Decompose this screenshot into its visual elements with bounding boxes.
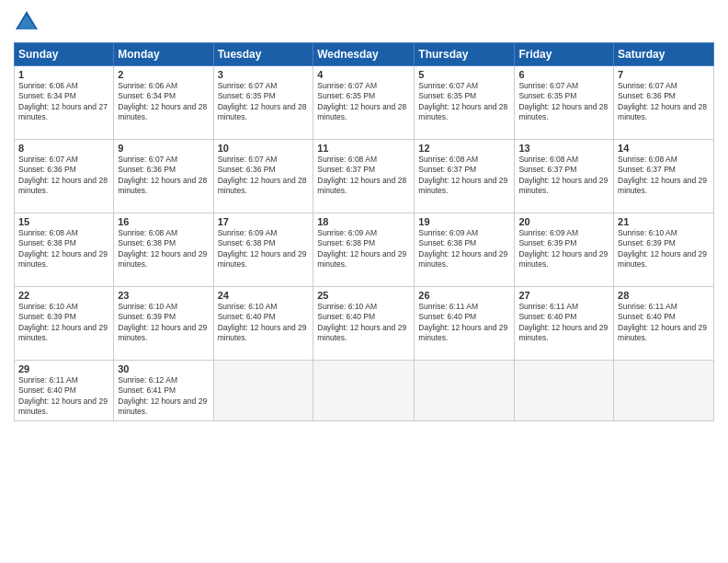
calendar-cell: 11 Sunrise: 6:08 AM Sunset: 6:37 PM Dayl… (313, 140, 415, 213)
calendar-cell (213, 361, 313, 421)
day-info: Sunrise: 6:08 AM Sunset: 6:37 PM Dayligh… (618, 155, 710, 197)
calendar-cell: 20 Sunrise: 6:09 AM Sunset: 6:39 PM Dayl… (515, 213, 614, 287)
calendar-cell: 16 Sunrise: 6:08 AM Sunset: 6:38 PM Dayl… (114, 213, 213, 287)
calendar-cell: 21 Sunrise: 6:10 AM Sunset: 6:39 PM Dayl… (614, 213, 714, 287)
weekday-header-wednesday: Wednesday (313, 43, 415, 66)
calendar-cell: 22 Sunrise: 6:10 AM Sunset: 6:39 PM Dayl… (15, 287, 114, 361)
day-info: Sunrise: 6:11 AM Sunset: 6:40 PM Dayligh… (518, 302, 609, 344)
day-number: 21 (618, 216, 710, 227)
day-info: Sunrise: 6:10 AM Sunset: 6:39 PM Dayligh… (118, 302, 209, 344)
calendar-cell: 13 Sunrise: 6:08 AM Sunset: 6:37 PM Dayl… (515, 140, 614, 213)
calendar-cell: 9 Sunrise: 6:07 AM Sunset: 6:36 PM Dayli… (114, 140, 213, 213)
day-number: 16 (118, 216, 209, 227)
day-info: Sunrise: 6:10 AM Sunset: 6:39 PM Dayligh… (618, 228, 710, 270)
calendar-cell: 6 Sunrise: 6:07 AM Sunset: 6:35 PM Dayli… (515, 66, 614, 140)
day-info: Sunrise: 6:07 AM Sunset: 6:35 PM Dayligh… (518, 81, 609, 123)
calendar-cell: 10 Sunrise: 6:07 AM Sunset: 6:36 PM Dayl… (213, 140, 313, 213)
day-info: Sunrise: 6:08 AM Sunset: 6:37 PM Dayligh… (317, 155, 410, 197)
calendar-week-row: 22 Sunrise: 6:10 AM Sunset: 6:39 PM Dayl… (15, 287, 714, 361)
calendar-cell: 15 Sunrise: 6:08 AM Sunset: 6:38 PM Dayl… (15, 213, 114, 287)
day-number: 8 (18, 143, 109, 154)
day-info: Sunrise: 6:10 AM Sunset: 6:40 PM Dayligh… (317, 302, 410, 344)
calendar-cell (614, 361, 714, 421)
day-info: Sunrise: 6:07 AM Sunset: 6:35 PM Dayligh… (418, 81, 510, 123)
day-number: 7 (618, 69, 710, 80)
day-info: Sunrise: 6:11 AM Sunset: 6:40 PM Dayligh… (18, 375, 109, 418)
day-number: 22 (18, 290, 109, 301)
day-info: Sunrise: 6:06 AM Sunset: 6:34 PM Dayligh… (118, 81, 209, 123)
calendar-cell: 18 Sunrise: 6:09 AM Sunset: 6:38 PM Dayl… (313, 213, 415, 287)
day-info: Sunrise: 6:10 AM Sunset: 6:40 PM Dayligh… (218, 302, 310, 344)
calendar-week-row: 29 Sunrise: 6:11 AM Sunset: 6:40 PM Dayl… (15, 361, 714, 421)
day-info: Sunrise: 6:07 AM Sunset: 6:36 PM Dayligh… (218, 155, 310, 197)
day-number: 12 (418, 143, 510, 154)
calendar-cell: 24 Sunrise: 6:10 AM Sunset: 6:40 PM Dayl… (213, 287, 313, 361)
day-number: 5 (418, 69, 510, 80)
calendar-cell (515, 361, 614, 421)
calendar-cell: 26 Sunrise: 6:11 AM Sunset: 6:40 PM Dayl… (415, 287, 515, 361)
calendar-header-row: SundayMondayTuesdayWednesdayThursdayFrid… (15, 43, 714, 66)
day-number: 14 (618, 143, 710, 154)
calendar-cell (415, 361, 515, 421)
calendar-week-row: 8 Sunrise: 6:07 AM Sunset: 6:36 PM Dayli… (15, 140, 714, 213)
day-info: Sunrise: 6:11 AM Sunset: 6:40 PM Dayligh… (418, 302, 510, 344)
day-info: Sunrise: 6:11 AM Sunset: 6:40 PM Dayligh… (618, 302, 710, 344)
day-info: Sunrise: 6:08 AM Sunset: 6:38 PM Dayligh… (118, 228, 209, 270)
calendar-cell: 25 Sunrise: 6:10 AM Sunset: 6:40 PM Dayl… (313, 287, 415, 361)
day-info: Sunrise: 6:07 AM Sunset: 6:36 PM Dayligh… (118, 155, 209, 197)
day-number: 19 (418, 216, 510, 227)
day-number: 20 (518, 216, 609, 227)
weekday-header-tuesday: Tuesday (213, 43, 313, 66)
calendar-cell: 3 Sunrise: 6:07 AM Sunset: 6:35 PM Dayli… (213, 66, 313, 140)
day-number: 25 (317, 290, 410, 301)
day-info: Sunrise: 6:08 AM Sunset: 6:38 PM Dayligh… (18, 228, 109, 270)
day-number: 13 (518, 143, 609, 154)
day-number: 17 (218, 216, 310, 227)
day-info: Sunrise: 6:10 AM Sunset: 6:39 PM Dayligh… (18, 302, 109, 344)
calendar-cell: 12 Sunrise: 6:08 AM Sunset: 6:37 PM Dayl… (415, 140, 515, 213)
day-info: Sunrise: 6:07 AM Sunset: 6:36 PM Dayligh… (18, 155, 109, 197)
day-info: Sunrise: 6:09 AM Sunset: 6:38 PM Dayligh… (317, 228, 410, 270)
calendar-cell: 29 Sunrise: 6:11 AM Sunset: 6:40 PM Dayl… (15, 361, 114, 421)
weekday-header-sunday: Sunday (15, 43, 114, 66)
calendar-cell: 30 Sunrise: 6:12 AM Sunset: 6:41 PM Dayl… (114, 361, 213, 421)
day-number: 27 (518, 290, 609, 301)
day-number: 26 (418, 290, 510, 301)
day-number: 23 (118, 290, 209, 301)
calendar-cell: 8 Sunrise: 6:07 AM Sunset: 6:36 PM Dayli… (15, 140, 114, 213)
day-info: Sunrise: 6:09 AM Sunset: 6:39 PM Dayligh… (518, 228, 609, 270)
day-info: Sunrise: 6:12 AM Sunset: 6:41 PM Dayligh… (118, 375, 209, 418)
logo-icon (14, 9, 40, 35)
day-info: Sunrise: 6:07 AM Sunset: 6:36 PM Dayligh… (618, 81, 710, 123)
day-number: 28 (618, 290, 710, 301)
calendar-week-row: 1 Sunrise: 6:06 AM Sunset: 6:34 PM Dayli… (15, 66, 714, 140)
day-number: 15 (18, 216, 109, 227)
day-number: 10 (218, 143, 310, 154)
day-number: 3 (218, 69, 310, 80)
day-number: 30 (118, 363, 209, 374)
calendar-cell (313, 361, 415, 421)
calendar-cell: 1 Sunrise: 6:06 AM Sunset: 6:34 PM Dayli… (15, 66, 114, 140)
calendar-cell: 2 Sunrise: 6:06 AM Sunset: 6:34 PM Dayli… (114, 66, 213, 140)
day-info: Sunrise: 6:06 AM Sunset: 6:34 PM Dayligh… (18, 81, 109, 123)
day-number: 11 (317, 143, 410, 154)
day-info: Sunrise: 6:09 AM Sunset: 6:38 PM Dayligh… (218, 228, 310, 270)
day-number: 9 (118, 143, 209, 154)
weekday-header-monday: Monday (114, 43, 213, 66)
logo (14, 9, 43, 35)
calendar-cell: 23 Sunrise: 6:10 AM Sunset: 6:39 PM Dayl… (114, 287, 213, 361)
calendar-table: SundayMondayTuesdayWednesdayThursdayFrid… (14, 42, 714, 421)
page: SundayMondayTuesdayWednesdayThursdayFrid… (0, 0, 728, 563)
day-number: 6 (518, 69, 609, 80)
day-number: 24 (218, 290, 310, 301)
day-info: Sunrise: 6:08 AM Sunset: 6:37 PM Dayligh… (518, 155, 609, 197)
weekday-header-friday: Friday (515, 43, 614, 66)
weekday-header-saturday: Saturday (614, 43, 714, 66)
day-info: Sunrise: 6:08 AM Sunset: 6:37 PM Dayligh… (418, 155, 510, 197)
day-info: Sunrise: 6:07 AM Sunset: 6:35 PM Dayligh… (317, 81, 410, 123)
header (14, 9, 714, 35)
calendar-cell: 4 Sunrise: 6:07 AM Sunset: 6:35 PM Dayli… (313, 66, 415, 140)
calendar-cell: 7 Sunrise: 6:07 AM Sunset: 6:36 PM Dayli… (614, 66, 714, 140)
calendar-cell: 17 Sunrise: 6:09 AM Sunset: 6:38 PM Dayl… (213, 213, 313, 287)
day-number: 18 (317, 216, 410, 227)
